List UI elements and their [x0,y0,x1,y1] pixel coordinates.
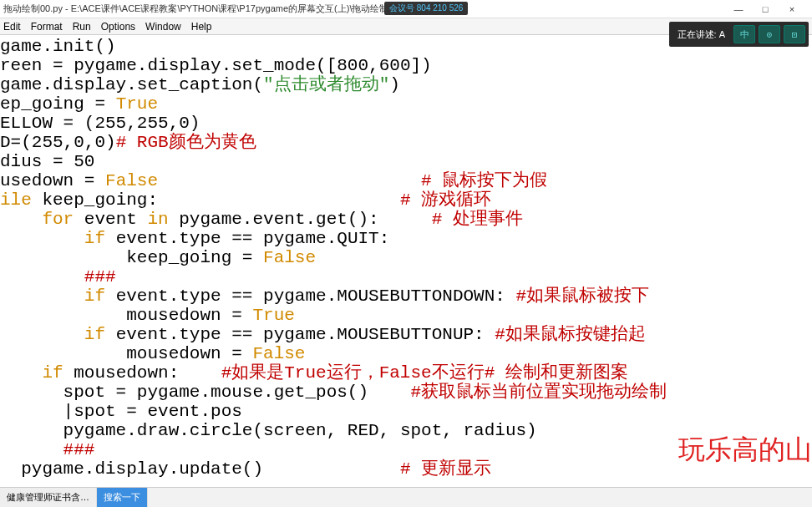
watermark: 玩乐高的山 [678,432,812,469]
menu-format[interactable]: Format [31,21,63,33]
menu-run[interactable]: Run [73,21,91,33]
toolbar-btn-1[interactable]: 中 [733,25,755,43]
maximize-button[interactable]: □ [755,4,775,14]
window-controls: — □ × [728,4,809,14]
menu-window[interactable]: Window [145,21,181,33]
taskbar: 健康管理师证书含… 搜索一下 [0,487,812,507]
menu-help[interactable]: Help [191,21,212,33]
window-title: 拖动绘制00.py - E:\ACE课件\ACE课程教案\PYTHON课程\P1… [3,3,728,15]
presenter-label: 正在讲述: A [672,28,730,41]
toolbar-btn-3[interactable]: ⊡ [784,25,805,43]
taskbar-search[interactable]: 搜索一下 [97,488,148,507]
menu-options[interactable]: Options [101,21,135,33]
minimize-button[interactable]: — [728,4,749,14]
toolbar-btn-2[interactable]: ⊙ [759,25,780,43]
meeting-id-badge: 会议号 804 210 526 [384,2,468,15]
screen-share-toolbar[interactable]: 正在讲述: A 中 ⊙ ⊡ [669,22,809,47]
menu-edit[interactable]: Edit [3,21,21,33]
close-button[interactable]: × [782,4,802,14]
taskbar-item[interactable]: 健康管理师证书含… [0,488,97,507]
